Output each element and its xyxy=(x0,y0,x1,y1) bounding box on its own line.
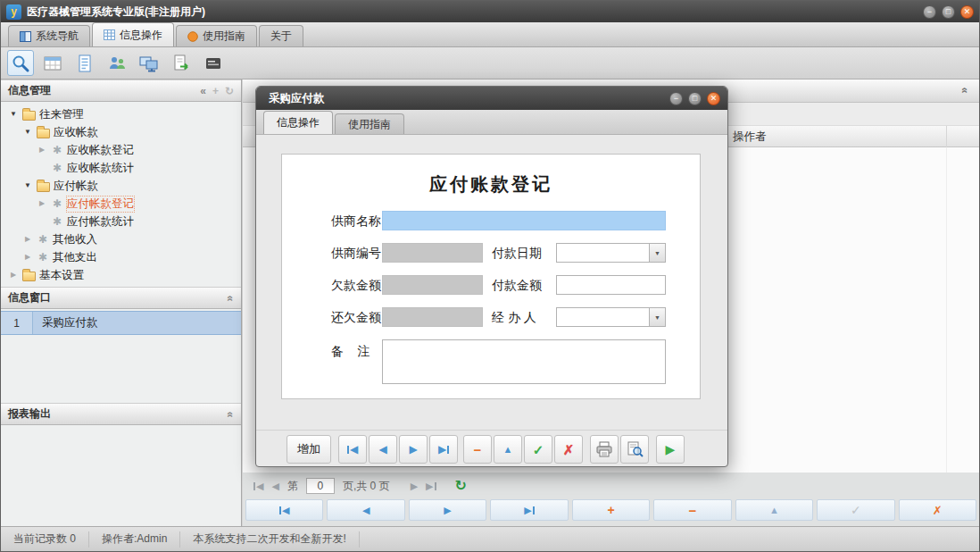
last-page-button[interactable]: ▶ xyxy=(426,481,436,491)
table-tool-button[interactable] xyxy=(39,50,66,76)
payables-form-panel: 应付账款登记 供商名称 供商编号 付款日期 ▼ 欠款金额 付款金额 还欠金额 经… xyxy=(281,154,701,399)
page-number-input[interactable] xyxy=(306,478,335,494)
last-arrow-icon: ▶ xyxy=(426,481,433,491)
collapsed-arrow-icon[interactable]: ▶ xyxy=(37,146,47,154)
document-tool-button[interactable] xyxy=(71,50,98,76)
dialog-tab-user-guide[interactable]: 使用指南 xyxy=(335,113,404,134)
collapsed-arrow-icon[interactable]: ▶ xyxy=(22,236,33,243)
dialog-maximize-button[interactable]: □ xyxy=(688,92,702,105)
delete-record-button[interactable]: − xyxy=(653,499,731,521)
column-header-operator[interactable]: 操作者 xyxy=(733,130,767,145)
dropdown-arrow-icon[interactable]: ▼ xyxy=(649,308,665,326)
save-button[interactable]: ✓ xyxy=(524,435,552,464)
last-record-button[interactable]: ▶ xyxy=(490,499,568,521)
confirm-button[interactable]: ✓ xyxy=(817,499,894,521)
expanded-arrow-icon[interactable]: ▼ xyxy=(22,129,33,136)
remark-textarea[interactable] xyxy=(382,339,666,384)
tab-information-operation[interactable]: 信息操作 xyxy=(92,22,174,46)
print-preview-button[interactable] xyxy=(620,435,649,464)
up-triangle-icon: ▲ xyxy=(503,444,513,455)
pay-amount-label: 付款金额 xyxy=(492,278,542,294)
previous-record-button[interactable]: ◀ xyxy=(327,499,404,521)
collapse-panel-icon[interactable]: « xyxy=(200,86,206,96)
user-guide-icon xyxy=(187,31,198,42)
tree-item-receivables[interactable]: ▼ 应收帐款 xyxy=(1,123,241,141)
users-tool-button[interactable] xyxy=(104,50,130,76)
edit-record-button[interactable]: ▲ xyxy=(494,435,522,464)
collapsed-arrow-icon[interactable]: ▶ xyxy=(22,254,33,261)
tab-about[interactable]: 关于 xyxy=(259,25,303,46)
next-record-button[interactable]: ▶ xyxy=(399,435,428,464)
add-record-button[interactable]: + xyxy=(572,499,650,521)
next-page-button[interactable]: ▶ xyxy=(411,481,418,491)
previous-record-button[interactable]: ◀ xyxy=(369,435,397,464)
first-page-button[interactable]: ◀ xyxy=(253,481,263,491)
tree-item-label: 应付帐款统计 xyxy=(67,214,134,230)
collapsed-arrow-icon[interactable]: ▶ xyxy=(37,200,47,207)
cancel-button[interactable]: ✗ xyxy=(554,435,583,464)
main-tab-bar: 系统导航 信息操作 使用指南 关于 xyxy=(1,22,979,47)
tree-item-receivables-stats[interactable]: ▶ ✱ 应收帐款统计 xyxy=(1,159,241,177)
minimize-button[interactable]: − xyxy=(923,5,936,19)
print-button[interactable] xyxy=(590,435,619,464)
dialog-tab-information-operation[interactable]: 信息操作 xyxy=(263,111,333,134)
last-record-button[interactable]: ▶ xyxy=(429,435,458,464)
monitors-tool-button[interactable] xyxy=(136,50,162,76)
dialog-close-button[interactable]: ✕ xyxy=(707,92,720,105)
next-record-button[interactable]: ▶ xyxy=(409,499,486,521)
remark-label: 备 注 xyxy=(331,344,370,360)
tree-item-payables-stats[interactable]: ▶ ✱ 应付帐款统计 xyxy=(1,213,241,230)
edit-record-button[interactable]: ▲ xyxy=(735,499,813,521)
tree-item-receivables-register[interactable]: ▶ ✱ 应收帐款登记 xyxy=(1,141,241,159)
device-tool-button[interactable] xyxy=(200,50,227,76)
expanded-arrow-icon[interactable]: ▼ xyxy=(8,111,19,118)
collapse-up-icon[interactable]: « xyxy=(226,295,237,301)
tab-label: 使用指南 xyxy=(203,29,245,44)
leaf-icon: ✱ xyxy=(51,216,63,227)
first-record-button[interactable]: ◀ xyxy=(338,435,367,464)
collapsed-arrow-icon[interactable]: ▶ xyxy=(8,272,19,279)
document-icon xyxy=(75,54,95,73)
tree-item-label: 应收帐款登记 xyxy=(67,143,134,158)
first-record-button[interactable]: ◀ xyxy=(245,499,323,521)
tree-item-contacts-mgmt[interactable]: ▼ 往来管理 xyxy=(1,105,241,123)
refresh-icon[interactable]: ↻ xyxy=(455,479,467,493)
tree-item-other-expense[interactable]: ▶ ✱ 其他支出 xyxy=(1,248,241,266)
supplier-name-input[interactable] xyxy=(382,211,666,230)
add-button[interactable]: 增加 xyxy=(287,435,331,464)
add-icon[interactable]: + xyxy=(212,86,219,96)
collapse-up-icon[interactable]: « xyxy=(226,411,237,417)
handler-combobox[interactable]: ▼ xyxy=(556,307,666,327)
tree-item-basic-settings[interactable]: ▶ 基本设置 xyxy=(1,266,241,284)
tree-item-payables[interactable]: ▼ 应付帐款 xyxy=(1,177,241,195)
previous-page-button[interactable]: ◀ xyxy=(271,481,278,491)
cancel-button[interactable]: ✗ xyxy=(899,499,976,521)
collapse-up-icon[interactable]: « xyxy=(959,88,972,94)
expanded-arrow-icon[interactable]: ▼ xyxy=(22,182,33,189)
supplier-code-label: 供商编号 xyxy=(331,246,381,262)
tree-item-other-income[interactable]: ▶ ✱ 其他收入 xyxy=(1,230,241,248)
tab-user-guide[interactable]: 使用指南 xyxy=(176,25,257,46)
pay-date-combobox[interactable]: ▼ xyxy=(556,243,666,263)
status-bar: 当前记录数 0 操作者:Admin 本系统支持二次开发和全新开发! xyxy=(1,526,979,551)
dialog-window-controls: − □ ✕ xyxy=(669,92,720,105)
pay-date-value xyxy=(557,244,649,262)
close-button[interactable]: ✕ xyxy=(960,5,974,19)
list-item-index: 1 xyxy=(1,312,33,334)
play-icon: ▶ xyxy=(666,442,676,456)
export-document-tool-button[interactable] xyxy=(168,50,195,76)
search-tool-button[interactable] xyxy=(7,50,34,76)
tab-system-navigation[interactable]: 系统导航 xyxy=(8,25,90,46)
application-window: y 医疗器械管理系统专业版(非注册用户) − □ ✕ 系统导航 信息操作 使用指… xyxy=(0,0,980,552)
info-window-list-item[interactable]: 1 采购应付款 xyxy=(1,311,241,335)
refresh-icon[interactable]: ↻ xyxy=(225,86,234,96)
tab-label: 信息操作 xyxy=(277,115,320,130)
cross-icon: ✗ xyxy=(563,443,575,456)
tree-item-payables-register[interactable]: ▶ ✱ 应付帐款登记 xyxy=(1,195,241,213)
maximize-button[interactable]: □ xyxy=(942,5,955,19)
delete-record-button[interactable]: − xyxy=(463,435,492,464)
dropdown-arrow-icon[interactable]: ▼ xyxy=(649,244,665,262)
dialog-minimize-button[interactable]: − xyxy=(669,92,683,105)
run-button[interactable]: ▶ xyxy=(656,435,685,464)
pay-amount-input[interactable] xyxy=(556,275,666,295)
